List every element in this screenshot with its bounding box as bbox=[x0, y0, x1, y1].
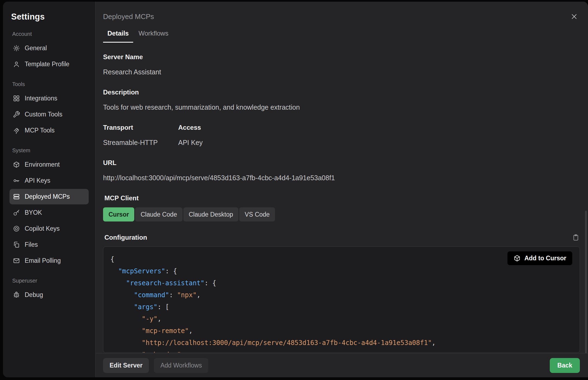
code-line: "command": "npx", bbox=[110, 289, 573, 301]
code-line: "-y", bbox=[110, 313, 573, 325]
sidebar-item-email-polling[interactable]: Email Polling bbox=[9, 253, 89, 268]
key-icon bbox=[13, 177, 20, 184]
box-icon bbox=[13, 161, 20, 168]
sidebar-section-system: System bbox=[12, 147, 86, 154]
sidebar-item-deployed-mcps[interactable]: Deployed MCPs bbox=[9, 189, 89, 204]
configuration-label: Configuration bbox=[104, 233, 147, 242]
main-panel: Deployed MCPs DetailsWorkflows Server Na… bbox=[96, 2, 588, 377]
sidebar-item-label: API Keys bbox=[25, 177, 50, 184]
mcp-icon bbox=[13, 127, 20, 134]
sidebar-item-label: Deployed MCPs bbox=[25, 193, 70, 200]
sidebar-item-label: Debug bbox=[25, 291, 43, 299]
sidebar-item-label: BYOK bbox=[25, 209, 42, 216]
sidebar-section-tools: Tools bbox=[12, 81, 86, 87]
client-chip-claude-code[interactable]: Claude Code bbox=[135, 207, 182, 221]
code-line: "research-assistant": { bbox=[110, 277, 573, 289]
url-value: http://localhost:3000/api/mcp/serve/4853… bbox=[103, 174, 580, 182]
sidebar-item-environment[interactable]: Environment bbox=[9, 157, 89, 172]
sidebar-item-integrations[interactable]: Integrations bbox=[9, 91, 89, 106]
sidebar-item-byok[interactable]: BYOK bbox=[9, 205, 89, 220]
person-icon bbox=[13, 61, 20, 68]
sidebar-item-template-profile[interactable]: Template Profile bbox=[9, 56, 89, 72]
transport-access-row: Transport Streamable-HTTP Access API Key bbox=[103, 123, 580, 159]
page-title: Deployed MCPs bbox=[103, 12, 154, 21]
sidebar-item-label: Environment bbox=[25, 161, 60, 168]
sidebar-item-mcp-tools[interactable]: MCP Tools bbox=[9, 123, 89, 138]
tab-details[interactable]: Details bbox=[103, 29, 133, 43]
gear-icon bbox=[13, 45, 20, 52]
add-workflows-button[interactable]: Add Workflows bbox=[154, 358, 208, 373]
add-to-cursor-button[interactable]: Add to Cursor bbox=[507, 251, 573, 265]
client-chip-vs-code[interactable]: VS Code bbox=[239, 207, 275, 221]
tab-workflows[interactable]: Workflows bbox=[134, 29, 173, 43]
code-line: "--header" bbox=[110, 349, 573, 353]
copy-config-button[interactable] bbox=[572, 233, 580, 242]
server-name-label: Server Name bbox=[103, 53, 580, 61]
client-chip-cursor[interactable]: Cursor bbox=[103, 207, 134, 221]
close-button[interactable] bbox=[570, 12, 579, 21]
sidebar-item-debug[interactable]: Debug bbox=[9, 287, 89, 303]
code-line: "args": [ bbox=[110, 301, 573, 313]
transport-label: Transport bbox=[103, 123, 178, 131]
sidebar-item-general[interactable]: General bbox=[9, 40, 89, 56]
sidebar-item-label: MCP Tools bbox=[25, 127, 55, 134]
tab-bar: DetailsWorkflows bbox=[103, 29, 588, 43]
panel-header: Deployed MCPs bbox=[96, 2, 588, 21]
edit-server-button[interactable]: Edit Server bbox=[103, 358, 149, 373]
key-diagonal-icon bbox=[13, 209, 20, 216]
mcp-client-label: MCP Client bbox=[104, 194, 580, 202]
cursor-cube-icon bbox=[513, 255, 521, 262]
sidebar-item-copilot-keys[interactable]: Copilot Keys bbox=[9, 221, 89, 236]
back-button[interactable]: Back bbox=[550, 358, 580, 373]
server-name-value: Research Assistant bbox=[103, 68, 580, 76]
grid-icon bbox=[13, 95, 20, 102]
code-line: "mcp-remote", bbox=[110, 325, 573, 337]
server-stack-icon bbox=[13, 193, 20, 200]
sidebar-nav: AccountGeneralTemplate ProfileToolsInteg… bbox=[9, 31, 89, 303]
sidebar-item-label: Integrations bbox=[25, 95, 57, 102]
sidebar-item-label: Email Polling bbox=[25, 257, 61, 264]
settings-modal: Settings AccountGeneralTemplate ProfileT… bbox=[3, 2, 588, 377]
configuration-row: Configuration bbox=[104, 233, 580, 242]
sidebar-item-label: Files bbox=[25, 241, 38, 248]
access-value: API Key bbox=[178, 138, 203, 147]
sidebar-item-custom-tools[interactable]: Custom Tools bbox=[9, 107, 89, 122]
details-content: Server Name Research Assistant Descripti… bbox=[96, 43, 588, 353]
wrench-icon bbox=[13, 111, 20, 118]
config-code-block: { "mcpServers": { "research-assistant": … bbox=[103, 246, 580, 353]
description-value: Tools for web research, summarization, a… bbox=[103, 103, 580, 112]
code-line: "http://localhost:3000/api/mcp/serve/485… bbox=[110, 337, 573, 349]
target-icon bbox=[13, 225, 20, 232]
sidebar-item-label: General bbox=[25, 45, 47, 52]
scrollbar-thumb[interactable] bbox=[585, 211, 587, 371]
sidebar-item-api-keys[interactable]: API Keys bbox=[9, 173, 89, 188]
mcp-client-options: CursorClaude CodeClaude DesktopVS Code bbox=[103, 207, 580, 221]
code-line: "mcpServers": { bbox=[110, 265, 573, 277]
sidebar-section-superuser: Superuser bbox=[12, 278, 86, 284]
footer-bar: Edit Server Add Workflows Back bbox=[96, 353, 588, 377]
transport-value: Streamable-HTTP bbox=[103, 138, 178, 147]
client-chip-claude-desktop[interactable]: Claude Desktop bbox=[183, 207, 239, 221]
sidebar-item-files[interactable]: Files bbox=[9, 237, 89, 252]
sidebar-section-account: Account bbox=[12, 31, 86, 37]
add-to-cursor-label: Add to Cursor bbox=[524, 255, 566, 262]
settings-title: Settings bbox=[11, 12, 87, 22]
sidebar-item-label: Custom Tools bbox=[25, 111, 62, 118]
url-label: URL bbox=[103, 159, 580, 167]
description-label: Description bbox=[103, 88, 580, 96]
bug-icon bbox=[13, 291, 20, 299]
files-icon bbox=[13, 241, 20, 248]
mail-icon bbox=[13, 257, 20, 264]
sidebar-item-label: Copilot Keys bbox=[25, 225, 60, 232]
sidebar-item-label: Template Profile bbox=[25, 61, 69, 68]
access-label: Access bbox=[178, 123, 203, 131]
sidebar: Settings AccountGeneralTemplate ProfileT… bbox=[3, 2, 95, 377]
code-line: { bbox=[110, 253, 573, 265]
